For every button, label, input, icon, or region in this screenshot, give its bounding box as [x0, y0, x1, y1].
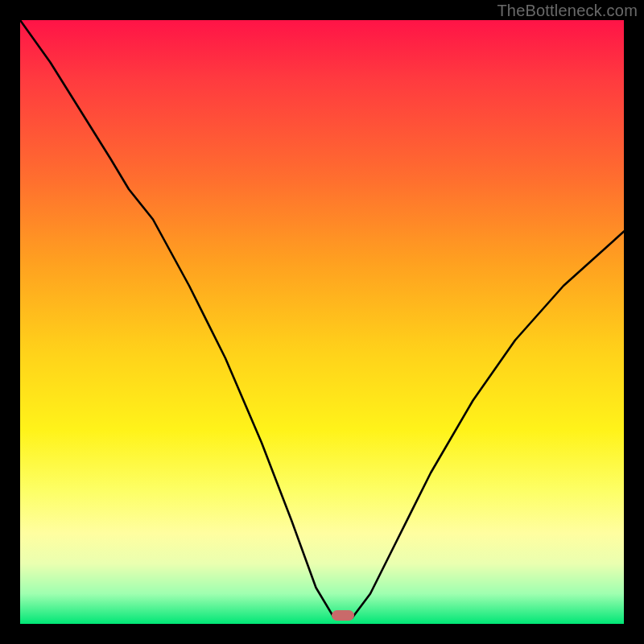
- chart-frame: TheBottleneck.com: [0, 0, 644, 644]
- watermark-text: TheBottleneck.com: [497, 2, 638, 20]
- optimal-marker: [332, 610, 354, 621]
- plot-area: [20, 20, 624, 624]
- bottleneck-curve: [20, 20, 624, 624]
